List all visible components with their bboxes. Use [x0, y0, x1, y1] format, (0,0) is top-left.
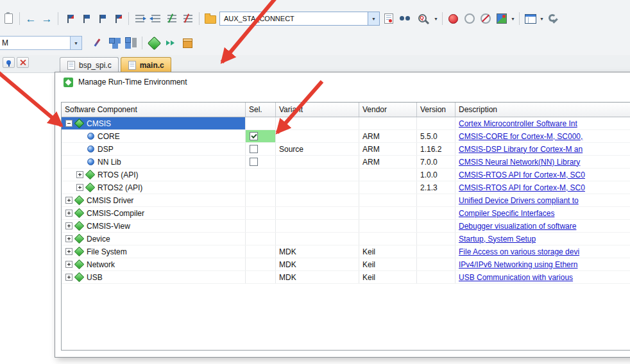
- table-row[interactable]: RTOS (API)1.0.0CMSIS-RTOS API for Cortex…: [62, 169, 630, 181]
- description-link[interactable]: Cortex Microcontroller Software Int: [459, 119, 577, 128]
- component-icon: [86, 183, 94, 192]
- component-cell[interactable]: CMSIS Driver: [62, 194, 246, 206]
- window-layout-icon[interactable]: [524, 12, 538, 26]
- navigate-back-icon[interactable]: ←: [24, 12, 38, 26]
- tab-bsp-spi[interactable]: bsp_spi.c: [60, 57, 119, 72]
- table-row[interactable]: CMSIS-ViewDebugger visualization of soft…: [62, 220, 630, 233]
- expand-toggle[interactable]: [65, 222, 72, 229]
- table-row[interactable]: USBMDKKeilUSB Communication with various: [62, 271, 630, 284]
- expand-toggle[interactable]: [65, 248, 72, 255]
- table-row[interactable]: CMSISCortex Microcontroller Software Int: [62, 117, 630, 130]
- target-select-combobox[interactable]: M ▼: [0, 36, 82, 50]
- component-cell[interactable]: Network: [62, 258, 246, 270]
- file-extensions-icon[interactable]: [106, 36, 121, 50]
- debug-windows-icon[interactable]: [495, 12, 509, 26]
- search-combobox[interactable]: AUX_STA_CONNECT ▼: [219, 12, 380, 26]
- expand-toggle[interactable]: [65, 261, 72, 268]
- component-checkbox[interactable]: [250, 132, 258, 140]
- configure-icon[interactable]: [546, 12, 560, 26]
- debug-windows-dropdown-icon[interactable]: ▼: [511, 17, 515, 21]
- table-row[interactable]: NN LibARM7.0.0CMSIS Neural Network(NN) L…: [62, 156, 630, 169]
- component-cell[interactable]: CMSIS-Compiler: [62, 207, 246, 219]
- column-header-component[interactable]: Software Component: [62, 103, 246, 117]
- description-link[interactable]: USB Communication with various: [459, 273, 573, 282]
- search-combobox-dropdown[interactable]: ▼: [368, 12, 379, 25]
- find-in-files-icon[interactable]: [203, 12, 217, 26]
- component-cell[interactable]: File System: [62, 245, 246, 258]
- column-header-variant[interactable]: Variant: [276, 103, 359, 117]
- next-bookmark-icon[interactable]: [78, 12, 92, 26]
- target-select-dropdown[interactable]: ▼: [70, 37, 81, 49]
- column-header-version[interactable]: Version: [417, 103, 455, 117]
- component-cell[interactable]: RTOS (API): [62, 169, 246, 181]
- description-link[interactable]: CMSIS-RTOS API for Cortex-M, SC0: [459, 183, 585, 192]
- toggle-bookmark-icon[interactable]: [62, 12, 76, 26]
- description-link[interactable]: Compiler Specific Interfaces: [459, 209, 554, 218]
- table-row[interactable]: DSPSourceARM1.16.2CMSIS-DSP Library for …: [62, 143, 630, 156]
- description-link[interactable]: CMSIS-DSP Library for Cortex-M an: [459, 145, 583, 154]
- table-row[interactable]: COREARM5.5.0CMSIS-CORE for Cortex-M, SC0…: [62, 130, 630, 143]
- component-cell[interactable]: RTOS2 (API): [62, 181, 246, 194]
- pack-installer-icon[interactable]: [180, 36, 194, 50]
- column-header-vendor[interactable]: Vendor: [359, 103, 417, 117]
- previous-bookmark-icon[interactable]: [94, 12, 108, 26]
- insert-breakpoint-icon[interactable]: [447, 12, 461, 26]
- panel-close-icon[interactable]: [17, 57, 29, 68]
- component-cell[interactable]: NN Lib: [62, 156, 246, 168]
- indent-left-icon[interactable]: [149, 12, 163, 26]
- clear-bookmarks-icon[interactable]: [110, 12, 124, 26]
- binoculars-icon[interactable]: [398, 12, 412, 26]
- component-cell[interactable]: CMSIS-View: [62, 220, 246, 232]
- description-link[interactable]: Unified Device Drivers compliant to: [459, 196, 579, 205]
- comment-selection-icon[interactable]: [165, 12, 179, 26]
- file-icon: [67, 61, 75, 70]
- panel-pin-icon[interactable]: [3, 57, 15, 68]
- column-header-sel[interactable]: Sel.: [246, 103, 276, 117]
- incremental-find-icon[interactable]: Q: [414, 12, 432, 26]
- table-row[interactable]: CMSIS DriverUnified Device Drivers compl…: [62, 194, 630, 207]
- description-link[interactable]: CMSIS Neural Network(NN) Library: [459, 158, 580, 167]
- expand-toggle[interactable]: [65, 274, 72, 281]
- component-cell[interactable]: CMSIS: [62, 117, 246, 129]
- expand-toggle[interactable]: [76, 184, 83, 191]
- description-link[interactable]: Startup, System Setup: [459, 235, 536, 244]
- manage-rte-icon[interactable]: [147, 36, 161, 50]
- enable-breakpoint-icon[interactable]: [463, 12, 477, 26]
- expand-toggle[interactable]: [65, 120, 72, 127]
- tab-main-c[interactable]: main.c: [121, 57, 171, 72]
- expand-toggle[interactable]: [76, 171, 83, 178]
- component-checkbox[interactable]: [250, 158, 258, 166]
- component-icon: [75, 260, 83, 269]
- table-row[interactable]: RTOS2 (API)2.1.3CMSIS-RTOS API for Corte…: [62, 181, 630, 194]
- search-results-icon[interactable]: [382, 12, 396, 26]
- description-link[interactable]: Debugger visualization of software: [459, 222, 576, 231]
- table-row[interactable]: DeviceStartup, System Setup: [62, 233, 630, 245]
- component-cell[interactable]: CORE: [62, 130, 246, 142]
- component-cell[interactable]: USB: [62, 271, 246, 283]
- window-layout-dropdown-icon[interactable]: ▼: [540, 17, 544, 21]
- expand-toggle[interactable]: [65, 210, 72, 217]
- table-row[interactable]: CMSIS-CompilerCompiler Specific Interfac…: [62, 207, 630, 220]
- component-cell[interactable]: DSP: [62, 143, 246, 155]
- indent-right-icon[interactable]: [133, 12, 147, 26]
- dialog-titlebar[interactable]: Manage Run-Time Environment: [55, 72, 630, 92]
- check-pack-updates-icon[interactable]: [164, 36, 178, 50]
- uncomment-selection-icon[interactable]: [181, 12, 195, 26]
- column-header-description[interactable]: Description: [455, 103, 630, 117]
- component-cell[interactable]: Device: [62, 233, 246, 245]
- description-link[interactable]: CMSIS-RTOS API for Cortex-M, SC0: [459, 170, 585, 179]
- description-link[interactable]: IPv4/IPv6 Networking using Ethern: [459, 260, 577, 269]
- kill-all-breakpoints-icon[interactable]: [479, 12, 493, 26]
- description-link[interactable]: File Access on various storage devi: [459, 247, 579, 256]
- component-checkbox[interactable]: [250, 145, 258, 153]
- table-row[interactable]: File SystemMDKKeilFile Access on various…: [62, 245, 630, 258]
- clipboard-icon[interactable]: [1, 12, 15, 26]
- table-row[interactable]: NetworkMDKKeilIPv4/IPv6 Networking using…: [62, 258, 630, 271]
- incremental-find-dropdown-icon[interactable]: ▼: [434, 17, 438, 21]
- navigate-forward-icon[interactable]: →: [40, 12, 54, 26]
- expand-toggle[interactable]: [65, 197, 72, 204]
- expand-toggle[interactable]: [65, 235, 72, 242]
- manage-project-items-icon[interactable]: [123, 36, 137, 50]
- options-for-target-icon[interactable]: [90, 36, 104, 50]
- description-link[interactable]: CMSIS-CORE for Cortex-M, SC000,: [459, 132, 583, 141]
